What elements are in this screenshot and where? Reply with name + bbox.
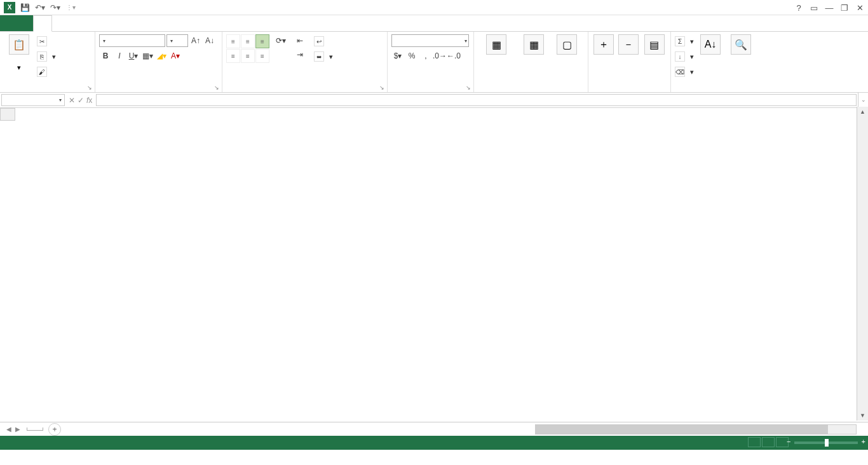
orientation-icon[interactable]: ⟳▾	[275, 34, 287, 47]
window-controls: ? ▭ — ❐ ✕	[793, 0, 865, 15]
delete-icon: －	[618, 34, 639, 55]
cut-button[interactable]: ✂	[37, 34, 56, 48]
tab-view[interactable]	[141, 15, 159, 31]
conditional-formatting-button[interactable]: ▦	[478, 34, 515, 56]
ribbon-display-icon[interactable]: ▭	[808, 3, 820, 13]
insert-cells-button[interactable]: ＋	[592, 34, 614, 56]
fill-color-button[interactable]: ◢▾	[155, 50, 168, 62]
undo-icon[interactable]: ↶▾	[33, 1, 47, 14]
fill-icon: ↓	[675, 51, 685, 62]
save-icon[interactable]: 💾	[18, 1, 32, 14]
status-bar	[0, 436, 868, 450]
copy-button[interactable]: ⎘ ▾	[37, 50, 56, 64]
group-clipboard: 📋 ▾ ✂ ⎘ ▾ 🖌 ↘	[0, 32, 95, 92]
format-as-table-button[interactable]: ▦	[517, 34, 550, 56]
align-bottom-right[interactable]: ≡	[255, 49, 269, 63]
insert-icon: ＋	[593, 34, 614, 55]
sheet-tab-sheet1[interactable]	[27, 428, 43, 431]
customize-qat-icon[interactable]: ⋮▾	[64, 1, 78, 14]
sheet-nav-next-icon[interactable]: ▶	[15, 426, 20, 433]
sheet-nav-prev-icon[interactable]: ◀	[6, 426, 11, 433]
formula-input[interactable]	[96, 94, 857, 106]
font-color-button[interactable]: A▾	[169, 50, 182, 62]
clear-button[interactable]: ⌫ ▾	[675, 65, 694, 79]
format-cells-button[interactable]: ▤	[642, 34, 667, 56]
font-launcher-icon[interactable]: ↘	[214, 84, 219, 91]
tab-formulas[interactable]	[88, 15, 105, 31]
decrease-indent-icon[interactable]: ⇤	[294, 34, 306, 47]
find-select-button[interactable]: 🔍	[727, 34, 755, 56]
copy-icon: ⎘	[37, 51, 47, 62]
number-format-combo[interactable]: ▾	[391, 34, 469, 47]
tab-home[interactable]	[33, 15, 52, 32]
ribbon-tab-strip	[0, 15, 868, 32]
expand-formula-bar-icon[interactable]: ⌄	[858, 93, 868, 107]
delete-cells-button[interactable]: －	[617, 34, 639, 56]
group-cells: ＋ － ▤	[588, 32, 671, 92]
group-number: ▾ $▾ % , .0→ ←.0 ↘	[388, 32, 474, 92]
add-sheet-button[interactable]: +	[48, 423, 61, 436]
underline-button[interactable]: U ▾	[127, 50, 140, 62]
increase-decimal-icon[interactable]: .0→	[433, 50, 446, 62]
paste-button[interactable]: 📋 ▾	[4, 34, 34, 71]
cell-styles-icon: ▢	[557, 34, 577, 55]
border-button[interactable]: ▦▾	[141, 50, 154, 62]
title-bar: X 💾 ↶▾ ↷▾ ⋮▾ ? ▭ — ❐ ✕	[0, 0, 868, 15]
decrease-font-icon[interactable]: A↓	[203, 34, 216, 47]
format-painter-button[interactable]: 🖌	[37, 65, 56, 79]
align-top-center[interactable]: ≡	[241, 34, 255, 48]
increase-font-icon[interactable]: A↑	[189, 34, 202, 47]
autosum-button[interactable]: Σ ▾	[675, 34, 694, 48]
minimize-icon[interactable]: —	[824, 3, 835, 13]
formula-bar: ▾ ✕ ✓ fx ⌄	[0, 93, 868, 108]
fx-icon[interactable]: fx	[86, 96, 92, 105]
align-top-left[interactable]: ≡	[226, 34, 240, 48]
tab-page-layout[interactable]	[70, 15, 88, 31]
paste-icon: 📋	[9, 34, 29, 55]
cancel-formula-icon[interactable]: ✕	[69, 96, 75, 105]
ribbon: 📋 ▾ ✂ ⎘ ▾ 🖌 ↘ ▾ ▾ A↑ A↓ B I U ▾ ▦▾	[0, 32, 868, 93]
redo-icon[interactable]: ↷▾	[48, 1, 62, 14]
align-bottom-left[interactable]: ≡	[226, 49, 240, 63]
wrap-text-button[interactable]: ↩	[314, 34, 333, 48]
tab-review[interactable]	[123, 15, 141, 31]
clipboard-launcher-icon[interactable]: ↘	[87, 84, 92, 91]
align-top-right[interactable]: ≡	[255, 34, 269, 48]
cell-styles-button[interactable]: ▢	[553, 34, 581, 56]
decrease-decimal-icon[interactable]: ←.0	[447, 50, 460, 62]
vertical-scrollbar[interactable]: ▲▼	[857, 107, 868, 421]
conditional-icon: ▦	[486, 34, 506, 55]
horizontal-scrollbar[interactable]	[535, 424, 857, 435]
align-bottom-center[interactable]: ≡	[241, 49, 255, 63]
bold-button[interactable]: B	[99, 50, 112, 62]
number-launcher-icon[interactable]: ↘	[466, 84, 471, 91]
font-size-combo[interactable]: ▾	[166, 34, 188, 47]
increase-indent-icon[interactable]: ⇥	[294, 48, 306, 61]
select-all-corner[interactable]	[0, 108, 15, 121]
help-icon[interactable]: ?	[793, 3, 804, 13]
close-icon[interactable]: ✕	[854, 3, 865, 13]
enter-formula-icon[interactable]: ✓	[78, 96, 84, 105]
fill-button[interactable]: ↓ ▾	[675, 50, 694, 64]
maximize-icon[interactable]: ❐	[839, 3, 850, 13]
alignment-launcher-icon[interactable]: ↘	[379, 84, 384, 91]
currency-icon[interactable]: $▾	[391, 50, 404, 62]
zoom-slider[interactable]	[794, 441, 858, 444]
tab-insert[interactable]	[52, 15, 70, 31]
group-alignment: ≡ ≡ ≡ ≡ ≡ ≡ ⟳▾ ⇤ ⇥ ↩ ⬌ ▾ ↘	[222, 32, 388, 92]
comma-icon[interactable]: ,	[419, 50, 432, 62]
name-box[interactable]: ▾	[1, 94, 65, 106]
tab-file[interactable]	[0, 15, 33, 31]
format-icon: ▤	[644, 34, 665, 55]
percent-icon[interactable]: %	[405, 50, 418, 62]
view-buttons[interactable]	[747, 437, 789, 448]
italic-button[interactable]: I	[113, 50, 126, 62]
font-name-combo[interactable]: ▾	[99, 34, 165, 47]
excel-logo-icon: X	[3, 1, 17, 14]
sort-filter-button[interactable]: A↓	[696, 34, 724, 56]
merge-center-button[interactable]: ⬌ ▾	[314, 50, 333, 64]
sheet-tab-bar: ◀ ▶ +	[0, 422, 868, 436]
group-styles: ▦ ▦ ▢	[474, 32, 588, 92]
tab-data[interactable]	[105, 15, 123, 31]
merge-icon: ⬌	[314, 51, 324, 62]
